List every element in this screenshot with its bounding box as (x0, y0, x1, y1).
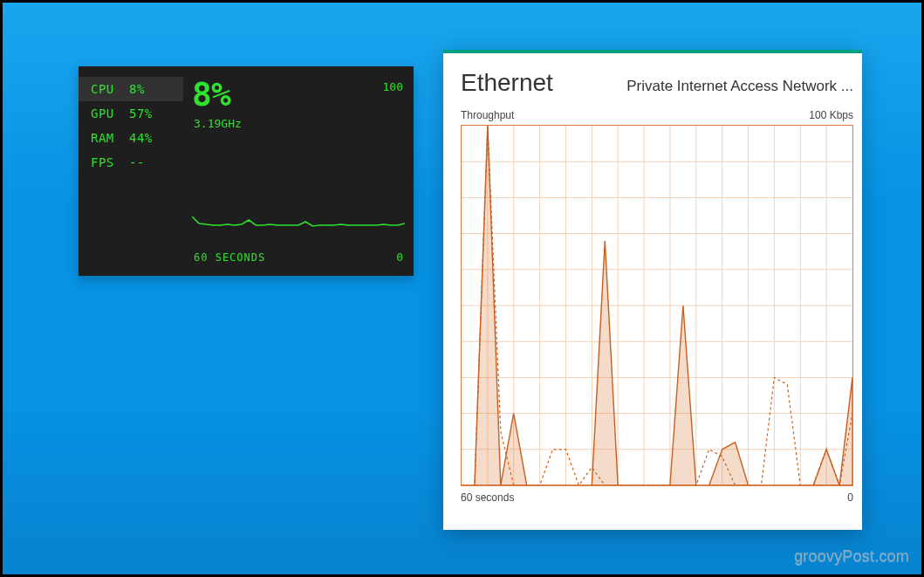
perf-stat-cpu-value: 8% (129, 79, 164, 100)
network-subtitle: Private Internet Access Network ... (626, 78, 853, 95)
perf-widget[interactable]: CPU 8% GPU 57% RAM 44% FPS -- 8% 3.19GHz… (79, 66, 414, 276)
perf-stat-ram-label: RAM (91, 127, 129, 148)
network-x-right: 0 (847, 491, 853, 504)
perf-stat-fps-value: -- (129, 152, 164, 173)
perf-big-value: 8% (192, 75, 230, 113)
perf-sub-value: 3.19GHz (194, 117, 242, 130)
perf-stat-ram-value: 44% (129, 127, 164, 148)
perf-stat-gpu-value: 57% (129, 103, 164, 124)
perf-stat-fps[interactable]: FPS -- (79, 150, 183, 175)
perf-stat-cpu-label: CPU (91, 79, 129, 100)
perf-x-label: 60 SECONDS (194, 251, 265, 264)
perf-stat-gpu[interactable]: GPU 57% (79, 101, 183, 126)
perf-y-max: 100 (383, 80, 403, 93)
network-x-left: 60 seconds (461, 491, 514, 504)
network-axis-left: Throughput (461, 109, 514, 121)
perf-sparkline (192, 197, 405, 232)
network-title: Ethernet (461, 69, 553, 97)
perf-stat-cpu[interactable]: CPU 8% (79, 77, 183, 101)
perf-stat-fps-label: FPS (91, 152, 129, 173)
watermark: groovyPost.com (794, 547, 909, 566)
network-widget[interactable]: Ethernet Private Internet Access Network… (443, 50, 862, 530)
network-chart (461, 125, 853, 486)
perf-stat-gpu-label: GPU (91, 103, 129, 124)
desktop: CPU 8% GPU 57% RAM 44% FPS -- 8% 3.19GHz… (0, 0, 924, 577)
perf-stat-ram[interactable]: RAM 44% (79, 126, 183, 150)
perf-y-min: 0 (396, 251, 403, 264)
network-axis-right: 100 Kbps (809, 109, 853, 121)
perf-stat-list: CPU 8% GPU 57% RAM 44% FPS -- (79, 77, 183, 175)
